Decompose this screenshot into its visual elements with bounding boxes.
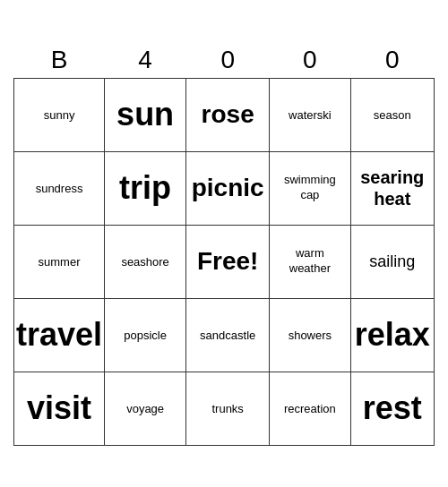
bingo-cell: waterski (270, 78, 350, 151)
bingo-cell: voyage (105, 372, 186, 445)
bingo-cell: sailing (350, 225, 434, 298)
bingo-cell: rose (186, 78, 270, 151)
bingo-cell: sunny (14, 78, 105, 151)
header-cell: 0 (350, 42, 434, 79)
bingo-cell: season (350, 78, 434, 151)
bingo-cell: seashore (105, 225, 186, 298)
table-row: travelpopsiclesandcastleshowersrelax (14, 298, 435, 372)
bingo-cell: sundress (14, 151, 105, 225)
table-row: sunnysunrosewaterskiseason (14, 78, 435, 151)
bingo-cell: warmweather (270, 225, 350, 298)
bingo-cell: picnic (186, 151, 270, 225)
bingo-cell: rest (350, 372, 434, 445)
bingo-cell: showers (270, 298, 350, 372)
header-cell: 0 (186, 42, 270, 79)
bingo-cell: sun (105, 78, 186, 151)
table-row: summerseashoreFree!warmweathersailing (14, 225, 435, 298)
header-cell: 4 (105, 42, 186, 79)
bingo-cell: swimmingcap (270, 151, 350, 225)
bingo-cell: sandcastle (186, 298, 270, 372)
bingo-cell: popsicle (105, 298, 186, 372)
bingo-cell: relax (350, 298, 434, 372)
bingo-cell: recreation (270, 372, 350, 445)
table-row: visitvoyagetrunksrecreationrest (14, 372, 435, 445)
bingo-cell: travel (14, 298, 105, 372)
header-cell: 0 (270, 42, 350, 79)
bingo-card: B4000 sunnysunrosewaterskiseasonsundress… (13, 42, 435, 446)
bingo-cell: Free! (186, 225, 270, 298)
bingo-cell: visit (14, 372, 105, 445)
table-row: sundresstrippicnicswimmingcapsearingheat (14, 151, 435, 225)
bingo-cell: searingheat (350, 151, 434, 225)
bingo-cell: trunks (186, 372, 270, 445)
header-cell: B (14, 42, 105, 79)
bingo-cell: trip (105, 151, 186, 225)
bingo-cell: summer (14, 225, 105, 298)
